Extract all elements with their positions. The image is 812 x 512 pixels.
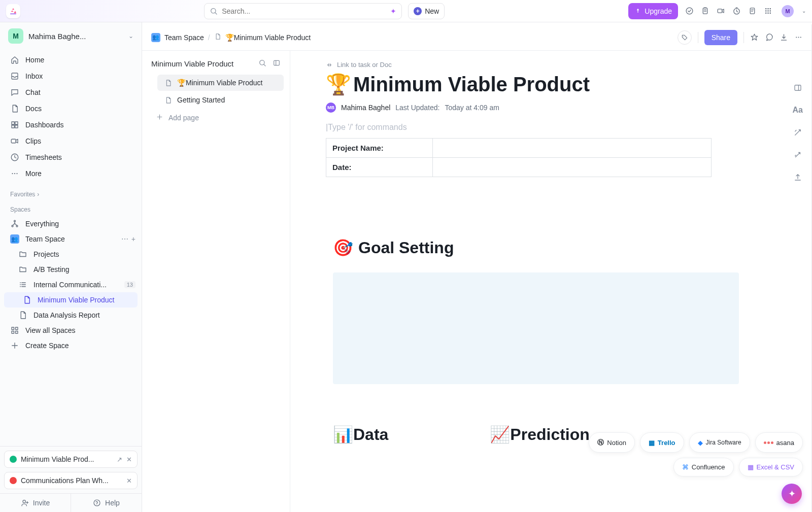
goal-setting-heading[interactable]: 🎯Goal Setting <box>333 238 782 257</box>
date-value[interactable] <box>433 158 712 177</box>
svg-point-12 <box>766 13 766 13</box>
svg-point-10 <box>768 11 768 11</box>
space-everything[interactable]: Everything <box>0 216 142 231</box>
invite-button[interactable]: Invite <box>0 494 71 512</box>
svg-point-21 <box>12 173 13 174</box>
data-heading[interactable]: 📊Data <box>333 425 388 444</box>
sidebar-item-home[interactable]: Home <box>4 52 138 68</box>
docs-icon <box>10 104 19 113</box>
sidebar-toggle-icon[interactable] <box>273 59 281 69</box>
teamspace-icon[interactable]: 👥 <box>151 33 160 42</box>
recent-doc-comm[interactable]: Communications Plan Wh... ✕ <box>4 472 138 489</box>
clipboard-icon[interactable] <box>701 7 709 15</box>
trophy-icon: 🏆 <box>326 73 351 96</box>
upgrade-button[interactable]: Upgrade <box>628 3 678 19</box>
goal-setting-block[interactable] <box>333 272 739 384</box>
docnav-add-page[interactable]: Add page <box>150 109 284 126</box>
slash-command-hint[interactable]: |Type '/' for commands <box>326 123 782 132</box>
app-logo[interactable] <box>6 4 20 18</box>
notepad-icon[interactable] <box>748 7 757 15</box>
author-name[interactable]: Mahima Baghel <box>341 104 390 112</box>
import-jira[interactable]: ◆Jira Software <box>689 432 750 453</box>
svg-point-1 <box>686 8 693 14</box>
ai-fab-button[interactable]: ✦ <box>782 484 802 504</box>
star-icon[interactable] <box>750 33 759 42</box>
upgrade-icon <box>634 8 641 15</box>
docnav-item-getting-started[interactable]: Getting Started <box>157 92 284 108</box>
properties-table[interactable]: Project Name: Date: <box>326 138 712 177</box>
recent-doc-mvp[interactable]: Minimum Viable Prod... ↗ ✕ <box>4 451 138 468</box>
view-all-spaces[interactable]: View all Spaces <box>0 323 142 338</box>
search-input[interactable] <box>222 7 390 15</box>
import-confluence[interactable]: ⌘Confluence <box>673 458 734 476</box>
help-button[interactable]: Help <box>71 494 142 512</box>
author-avatar[interactable]: MB <box>326 103 336 113</box>
doc-title[interactable]: 🏆Minimum Viable Product <box>326 73 782 96</box>
clock-icon[interactable] <box>732 7 741 15</box>
breadcrumb-teamspace[interactable]: Team Space <box>164 33 204 42</box>
search-icon[interactable] <box>258 59 266 69</box>
space-mvp[interactable]: Minimum Viable Product <box>4 292 138 308</box>
space-add-icon[interactable]: + <box>131 235 136 243</box>
link-to-task[interactable]: Link to task or Doc <box>326 61 782 69</box>
avatar-chevron-icon[interactable]: ⌄ <box>802 8 806 14</box>
space-teamspace[interactable]: 👥 Team Space ⋯+ <box>0 231 142 247</box>
new-button[interactable]: + New <box>408 3 445 19</box>
space-projects[interactable]: Projects <box>0 247 142 262</box>
import-asana[interactable]: asana <box>755 432 803 453</box>
sidebar-item-docs[interactable]: Docs <box>4 100 138 117</box>
network-icon <box>10 219 19 228</box>
typography-icon[interactable]: Aa <box>793 106 803 115</box>
create-space[interactable]: Create Space <box>0 338 142 353</box>
svg-point-11 <box>770 11 770 11</box>
space-internal-comm[interactable]: Internal Communicati...13 <box>0 277 142 292</box>
sidebar-item-clips[interactable]: Clips <box>4 133 138 149</box>
panel-icon[interactable] <box>793 83 803 92</box>
svg-rect-29 <box>12 331 14 334</box>
chevron-down-icon: ⌄ <box>128 32 133 40</box>
import-trello[interactable]: ▦Trello <box>640 432 684 453</box>
prediction-heading[interactable]: 📈Prediction <box>490 425 589 444</box>
close-icon[interactable]: ✕ <box>126 456 132 463</box>
svg-rect-19 <box>11 139 16 143</box>
record-icon[interactable] <box>717 7 725 15</box>
sidebar-item-chat[interactable]: Chat <box>4 84 138 100</box>
space-ab-testing[interactable]: A/B Testing <box>0 262 142 277</box>
favorites-section[interactable]: Favorites› <box>0 186 142 201</box>
svg-rect-16 <box>15 122 18 124</box>
plus-icon: + <box>414 7 422 15</box>
export-icon[interactable] <box>793 173 803 182</box>
apps-grid-icon[interactable] <box>764 7 772 15</box>
check-circle-icon[interactable] <box>685 7 694 15</box>
sidebar-item-inbox[interactable]: Inbox <box>4 68 138 84</box>
project-name-value[interactable] <box>433 139 712 158</box>
tag-icon[interactable] <box>678 30 692 45</box>
docnav-item-mvp[interactable]: 🏆Minimum Viable Product <box>157 75 284 91</box>
workspace-switcher[interactable]: M Mahima Baghe... ⌄ <box>0 22 142 50</box>
comment-icon[interactable] <box>765 33 773 42</box>
asana-logo-icon <box>764 441 773 444</box>
download-icon[interactable] <box>780 33 788 42</box>
ai-sparkle-icon[interactable]: ✦ <box>390 7 396 15</box>
plus-icon <box>156 113 163 122</box>
close-icon[interactable]: ✕ <box>126 477 132 485</box>
import-excel[interactable]: ▦Excel & CSV <box>739 458 803 476</box>
user-avatar[interactable]: M <box>782 5 794 17</box>
space-more-icon[interactable]: ⋯ <box>121 235 128 243</box>
overflow-menu-icon[interactable] <box>794 33 803 42</box>
folder-icon <box>18 250 27 259</box>
breadcrumb-doc[interactable]: 🏆Minimum Viable Product <box>225 33 311 42</box>
import-notion[interactable]: ⓃNotion <box>589 432 635 453</box>
wand-icon[interactable] <box>793 128 803 137</box>
status-dot-red <box>10 477 17 484</box>
sidebar-item-more[interactable]: More <box>4 165 138 182</box>
svg-rect-17 <box>12 125 14 128</box>
sidebar-item-timesheets[interactable]: Timesheets <box>4 149 138 165</box>
magic-icon[interactable] <box>793 150 803 159</box>
global-search[interactable]: ✦ <box>204 3 402 19</box>
space-data-analysis[interactable]: Data Analysis Report <box>0 308 142 323</box>
sidebar-item-dashboards[interactable]: Dashboards <box>4 117 138 133</box>
share-button[interactable]: Share <box>704 30 737 45</box>
home-icon <box>10 55 19 64</box>
open-external-icon[interactable]: ↗ <box>117 456 122 463</box>
